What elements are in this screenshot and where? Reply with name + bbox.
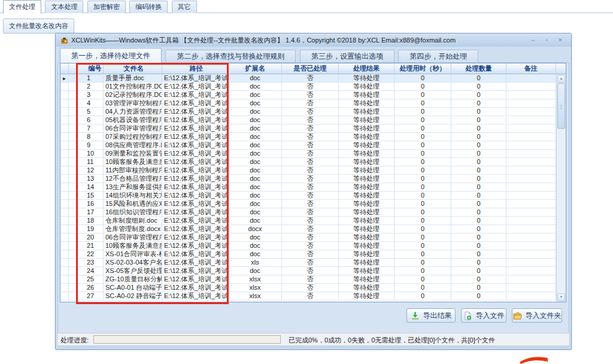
maximize-icon[interactable]: ▫: [543, 37, 550, 43]
table-cell: 04人力资源管理程序....: [104, 108, 162, 116]
scroll-down-icon[interactable]: ▼: [557, 293, 565, 301]
table-cell: E:\12.体系_培训_考试\01...: [162, 99, 229, 108]
table-cell: 否: [282, 74, 339, 83]
table-cell: 15风险和机遇的应对...: [104, 200, 162, 208]
table-row[interactable]: 908供应商管理程序.D...E:\12.体系_培训_考试\01...doc否等…: [60, 141, 566, 150]
row-indicator-cell: [60, 91, 69, 99]
close-icon[interactable]: ✕: [557, 37, 564, 43]
table-row[interactable]: 2110顾客服务及满意度...E:\12.体系_培训_考试\01...doc否等…: [60, 242, 566, 250]
row-spacer-cell: [69, 242, 77, 250]
scroll-up-icon[interactable]: ▲: [557, 75, 565, 83]
table-row[interactable]: 1110顾客服务及满意度...E:\12.体系_培训_考试\01...doc否等…: [60, 158, 566, 166]
table-cell: 等待处理: [339, 125, 394, 133]
table-cell: 质量手册.doc: [104, 74, 162, 83]
table-row[interactable]: 605机器设备管理程序....E:\12.体系_培训_考试\01...doc否等…: [60, 116, 566, 125]
table-cell: E:\12.体系_培训_考试\01...: [162, 242, 229, 250]
table-cell: [506, 292, 556, 301]
tab-text-processing[interactable]: 文本处理: [45, 1, 83, 13]
table-cell: 仓库管理制度.docx: [104, 225, 162, 233]
table-cell: doc: [229, 150, 282, 158]
header-cell[interactable]: 备注: [506, 63, 556, 74]
table-cell: doc: [229, 141, 282, 150]
tab-file-processing[interactable]: 文件处理: [3, 0, 41, 14]
import-file-button[interactable]: 导入文件: [461, 308, 506, 323]
table-cell: 否: [282, 133, 339, 141]
table-row[interactable]: 27SC-A0-02 静音端子...E:\12.体系_培训_考试\01...xl…: [60, 292, 566, 301]
tab-encrypt-decrypt[interactable]: 加密解密: [87, 1, 126, 13]
table-cell: 0: [394, 175, 451, 183]
table-cell: [506, 208, 556, 217]
table-row[interactable]: 302记录控制程序.DOCE:\12.体系_培训_考试\01...doc否等待处…: [60, 91, 566, 99]
table-row[interactable]: 1009测量和监控装置管...E:\12.体系_培训_考试\01...doc否等…: [60, 150, 566, 158]
row-indicator-cell: [60, 175, 69, 183]
table-row[interactable]: 1211内部审核控制程序....E:\12.体系_培训_考试\01...doc否…: [60, 166, 566, 175]
row-indicator-cell: [60, 158, 69, 166]
table-row[interactable]: ►1质量手册.docE:\12.体系_培训_考试\01...doc否等待处理00: [60, 74, 566, 83]
sub-tab-batch-rename[interactable]: 文件批量改名改内容: [3, 19, 74, 34]
table-cell: 0: [451, 83, 506, 91]
table-cell: 0: [451, 292, 506, 301]
table-row[interactable]: 1716组织知识管理程序....E:\12.体系_培训_考试\01...doc否…: [60, 208, 566, 217]
table-row[interactable]: 2006合同评审管理程序....E:\12.体系_培训_考试\01...doc否…: [60, 233, 566, 242]
table-row[interactable]: 1413生产和服务提供控...E:\12.体系_培训_考试\01...doc否等…: [60, 183, 566, 192]
table-row[interactable]: 25ZG-10质量目标分解...E:\12.体系_培训_考试\01...xlsx…: [60, 275, 566, 284]
scrollbar-thumb[interactable]: [557, 83, 565, 129]
header-cell[interactable]: 路径: [162, 63, 229, 74]
header-cell[interactable]: 处理用时（秒）: [394, 63, 451, 74]
minimize-icon[interactable]: ─: [529, 37, 536, 43]
header-cell[interactable]: 是否已处理: [282, 63, 339, 74]
header-cell[interactable]: 处理数量: [451, 63, 506, 74]
table-cell: 0: [451, 208, 506, 217]
table-row[interactable]: 23XS-02-03-04客户名...E:\12.体系_培训_考试\01...x…: [60, 259, 566, 267]
table-row[interactable]: 24XS-05客户反馈处理...E:\12.体系_培训_考试\01...doc否…: [60, 267, 566, 275]
tab-other[interactable]: 其它: [172, 1, 197, 13]
step-tab-3[interactable]: 第三步，设置输出选项: [300, 50, 394, 63]
window-titlebar[interactable]: XCLWinKits——Windows软件工具箱 【文件处理--文件批量改名改内…: [56, 34, 571, 47]
table-row[interactable]: 22XS-01合同评审表-根...E:\12.体系_培训_考试\01...doc…: [60, 250, 566, 259]
table-cell: 0: [394, 141, 451, 150]
step-tab-4[interactable]: 第四步，开始处理: [398, 50, 478, 63]
table-row[interactable]: 19仓库管理制度.docxE:\12.体系_培训_考试\01...docx否等待…: [60, 225, 566, 233]
table-cell: 26: [77, 284, 104, 292]
table-cell: [506, 175, 556, 183]
header-cell[interactable]: 处理结果: [339, 63, 394, 74]
table-cell: [506, 225, 556, 233]
table-row[interactable]: 26SC-A0-01 自动端子...E:\12.体系_培训_考试\01...xl…: [60, 284, 566, 292]
table-row[interactable]: 504人力资源管理程序....E:\12.体系_培训_考试\01...doc否等…: [60, 108, 566, 116]
table-row[interactable]: 807采购过程控制程序....E:\12.体系_培训_考试\01...doc否等…: [60, 133, 566, 141]
row-spacer-cell: [69, 192, 77, 200]
table-cell: 6: [77, 116, 104, 125]
table-row[interactable]: 18仓库制度细则.docE:\12.体系_培训_考试\01...doc否等待处理…: [60, 217, 566, 225]
table-row[interactable]: 1615风险和机遇的应对...E:\12.体系_培训_考试\01...doc否等…: [60, 200, 566, 208]
tab-encoding-convert[interactable]: 编码转换: [129, 1, 168, 13]
step-tab-1[interactable]: 第一步，选择待处理文件: [60, 48, 162, 63]
row-indicator-cell: [60, 242, 69, 250]
table-row[interactable]: 1312不合格品管理程序....E:\12.体系_培训_考试\01...doc否…: [60, 175, 566, 183]
table-cell: [506, 233, 556, 242]
table-row[interactable]: 1514组织环境与相关方...E:\12.体系_培训_考试\01...doc否等…: [60, 192, 566, 200]
table-row[interactable]: 403管理评审控制程序....E:\12.体系_培训_考试\01...doc否等…: [60, 99, 566, 108]
export-results-button[interactable]: 导出结果: [406, 308, 456, 323]
table-cell: 0: [394, 74, 451, 83]
table-cell: 等待处理: [339, 284, 394, 292]
table-cell: 0: [451, 217, 506, 225]
table-cell: XS-02-03-04客户名...: [104, 259, 162, 267]
table-cell: [506, 217, 556, 225]
import-folder-button[interactable]: 导入文件夹: [512, 308, 562, 323]
table-cell: E:\12.体系_培训_考试\01...: [162, 192, 229, 200]
table-cell: E:\12.体系_培训_考试\01...: [162, 116, 229, 125]
table-row[interactable]: 201文件控制程序.DOCE:\12.体系_培训_考试\01...doc否等待处…: [60, 83, 566, 91]
header-cell[interactable]: 文件名: [104, 63, 162, 74]
table-cell: E:\12.体系_培训_考试\01...: [162, 125, 229, 133]
table-cell: 等待处理: [339, 225, 394, 233]
table-row[interactable]: 706合同评审管理程序....E:\12.体系_培训_考试\01...doc否等…: [60, 125, 566, 133]
table-cell: E:\12.体系_培训_考试\01...: [162, 158, 229, 166]
table-cell: xlsx: [229, 292, 282, 301]
vertical-scrollbar[interactable]: ▲ ▼: [556, 74, 566, 302]
table-cell: 否: [282, 83, 339, 91]
header-cell[interactable]: 编号: [77, 63, 104, 74]
step-tab-2[interactable]: 第二步，选择查找与替换处理规则: [165, 50, 296, 63]
table-cell: 8: [77, 133, 104, 141]
header-cell[interactable]: 扩展名: [229, 63, 282, 74]
row-spacer-cell: [69, 233, 77, 242]
